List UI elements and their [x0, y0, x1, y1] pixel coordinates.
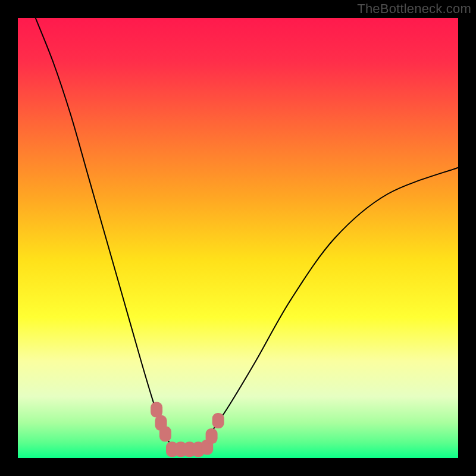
trough-marker	[159, 426, 171, 441]
chart-frame	[18, 18, 458, 458]
watermark-text: TheBottleneck.com	[357, 1, 471, 17]
curves-layer	[18, 18, 458, 458]
trough-marker	[206, 428, 218, 444]
trough-marker	[151, 402, 162, 418]
right-v-curve	[194, 168, 458, 450]
trough-marker	[212, 413, 224, 428]
trough-markers-group	[151, 402, 224, 458]
left-v-curve	[36, 18, 186, 449]
